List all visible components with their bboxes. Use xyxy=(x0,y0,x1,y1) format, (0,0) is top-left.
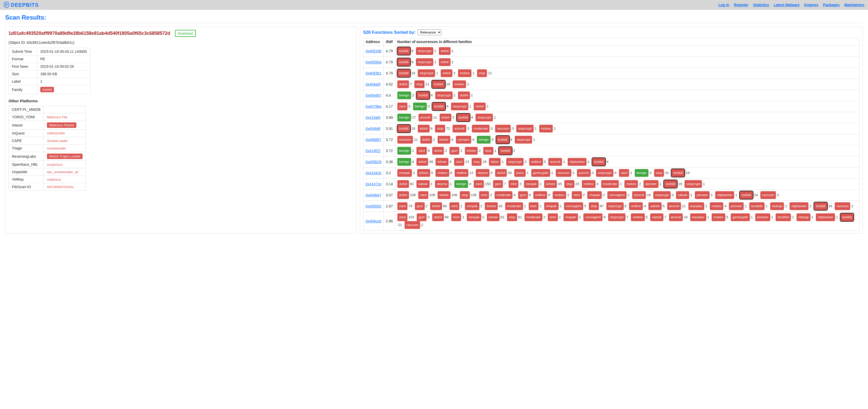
function-address-link[interactable]: 0x404ca3 xyxy=(366,219,381,223)
function-address-link[interactable]: 0x410af0 xyxy=(366,115,380,120)
nav-link-maintainers[interactable]: Maintainers xyxy=(844,3,864,7)
family-count: :21 xyxy=(397,221,402,228)
family-count: :13 xyxy=(464,159,469,165)
brand-logo[interactable]: DEEPBITS xyxy=(4,2,39,8)
family-count: :1 xyxy=(835,214,838,220)
family-count: :1 xyxy=(470,92,473,99)
function-address-link[interactable]: 0x41542e xyxy=(366,171,382,175)
family-pill: bootkitx xyxy=(749,202,765,210)
family-count: :4 xyxy=(509,136,513,143)
function-address-link[interactable]: 0x406857 xyxy=(366,138,382,142)
nav-link-statistics[interactable]: Statistics xyxy=(753,3,769,7)
family-count: :2 xyxy=(542,214,546,220)
tfidf-value: 4.17 xyxy=(384,101,395,112)
family-pill: deyma xyxy=(476,169,490,177)
family-count: :1 xyxy=(493,114,496,121)
family-pill: lockbit xyxy=(664,180,677,188)
family-pill: dofoil xyxy=(397,180,409,188)
other-platforms-heading: Other Platforms xyxy=(8,99,353,103)
family-count: :4 xyxy=(451,136,453,143)
family-pill: azorult xyxy=(418,114,432,122)
tfidf-value: 3.36 xyxy=(384,157,395,168)
function-address-link[interactable]: 0x404b6f xyxy=(366,127,380,131)
family-count: :1 xyxy=(523,203,526,209)
family-pill: stopcrypt xyxy=(416,47,433,55)
function-address-link[interactable]: 0x405166 xyxy=(366,49,382,53)
family-count: :1 xyxy=(453,92,456,99)
verdict-badge: INFORMATIONAL xyxy=(47,185,74,189)
family-pill: raccoon xyxy=(835,202,850,210)
family-count: :1 xyxy=(411,147,414,154)
function-address-link[interactable]: 0x4079ba xyxy=(366,104,382,108)
nav-link-latest-malware[interactable]: Latest Malware xyxy=(774,3,800,7)
family-count: :23 xyxy=(575,181,579,188)
function-address-link[interactable]: 0x40550a xyxy=(366,60,382,64)
verdict-badge: Malicious File xyxy=(47,115,67,119)
family-count: :3 xyxy=(591,170,594,176)
family-count: :2 xyxy=(566,192,569,199)
verdict-badge: Malicious Packer xyxy=(47,123,76,128)
sort-select[interactable]: Relevance xyxy=(418,29,441,35)
families-cell: zard :103 gozi :3 dofoil :88 mint :1 zen… xyxy=(395,212,859,231)
nav-link-packages[interactable]: Packages xyxy=(823,3,840,7)
family-pill: lockbit xyxy=(814,202,827,210)
family-pill: stopcrypt xyxy=(475,114,493,122)
table-row: 0x4051664.79lockbit :9 stopcrypt :1 dofo… xyxy=(363,46,859,57)
family-count: :19 xyxy=(445,81,450,88)
function-address-link[interactable]: 0x405b29 xyxy=(366,160,382,164)
family-count: :68 xyxy=(442,203,447,209)
platform-name: Intezer xyxy=(9,121,44,130)
meta-value: lockbit xyxy=(37,85,90,94)
family-pill: tofsee xyxy=(417,169,430,177)
family-count: :1 xyxy=(750,214,753,220)
family-pill: zard xyxy=(454,158,464,166)
function-address-link[interactable]: 0x41471e xyxy=(366,182,382,186)
family-count: :9 xyxy=(547,192,550,199)
families-cell: benign :17 azorult :11 dofoil :3 lockbit… xyxy=(395,112,859,123)
family-pill: dofoil xyxy=(432,213,444,221)
function-address-link[interactable]: 0x404b47 xyxy=(366,193,382,197)
families-cell: dofoil :62 sabsik :1 deyma :1 benign :4 … xyxy=(395,179,859,190)
column-header: tfidf xyxy=(384,38,395,46)
family-count: :2 xyxy=(582,192,585,199)
families-cell: zard :5 benign :3 lockbit :4 stopcrypt :… xyxy=(395,101,859,112)
family-count: :7 xyxy=(503,181,506,188)
nav-link-engines[interactable]: Engines xyxy=(804,3,818,7)
function-address-link[interactable]: 0x404a5f xyxy=(366,82,380,86)
family-count: :136 xyxy=(470,192,476,199)
tfidf-value: 2.86 xyxy=(384,212,395,231)
family-count: :1 xyxy=(460,203,462,209)
family-pill: lockbit xyxy=(432,80,445,88)
family-count: :45 xyxy=(557,181,562,188)
family-pill: dofoil xyxy=(420,136,432,143)
family-pill: lockbit xyxy=(840,213,854,221)
family-count: :16 xyxy=(683,214,688,220)
family-pill: tofsee xyxy=(544,180,557,188)
family-pill: pioneer xyxy=(695,191,710,199)
family-count: :42 xyxy=(498,203,503,209)
family-pill: tofsee xyxy=(487,213,500,221)
family-count: :7 xyxy=(664,214,666,220)
function-address-link[interactable]: 0x405062 xyxy=(366,204,382,208)
family-pill: raccoon xyxy=(761,191,776,199)
family-count: :3 xyxy=(490,170,493,176)
family-pill: pwsx xyxy=(514,169,526,177)
family-pill: dofoil xyxy=(495,169,507,177)
function-address-link[interactable]: 0x4063b1 xyxy=(366,71,382,75)
family-count: :16 xyxy=(828,203,832,209)
platform-verdict: Win32.Trojan.Lockbit xyxy=(43,152,86,161)
family-pill: benign xyxy=(477,136,491,143)
page-title: Scan Results: xyxy=(5,12,863,23)
family-pill: dofoil xyxy=(430,202,442,210)
family-pill: azorult xyxy=(453,125,466,133)
family-pill: stopcrypt xyxy=(418,69,435,77)
function-address-link[interactable]: 0x414f22 xyxy=(366,149,380,153)
nav-link-log-in[interactable]: Log In xyxy=(718,3,729,7)
family-pill: genkryptik xyxy=(531,169,550,177)
nav-link-register[interactable]: Register xyxy=(734,3,748,7)
family-count: :3 xyxy=(427,214,430,220)
family-count: :9 xyxy=(427,147,430,154)
function-address-link[interactable]: 0x40e997 xyxy=(366,93,382,97)
download-button[interactable]: Download xyxy=(175,30,196,37)
family-count: :1 xyxy=(771,214,773,220)
